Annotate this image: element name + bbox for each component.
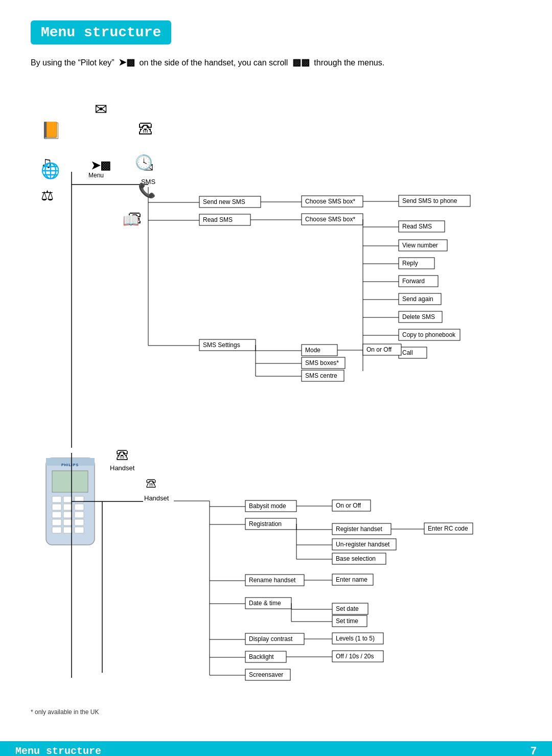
handset-text: Handset	[110, 464, 134, 472]
reply: Reply	[402, 260, 418, 267]
icon-globe: 🌐	[41, 162, 60, 179]
babysit-mode: Babysit mode	[249, 502, 286, 510]
icon-calls: 🕾	[138, 121, 153, 138]
intro-part1: By using the “Pilot key”	[31, 58, 114, 67]
levels-1-5: Levels (1 to 5)	[336, 635, 375, 642]
on-or-off-sms: On or Off	[366, 346, 392, 353]
delete-sms: Delete SMS	[402, 313, 435, 320]
backlight: Backlight	[249, 653, 274, 660]
menu-label: Menu	[88, 172, 104, 179]
icon-notebook: 📖	[123, 213, 139, 228]
off-10s-20s: Off / 10s / 20s	[336, 653, 374, 660]
base-selection: Base selection	[336, 555, 376, 562]
intro-part2: on the side of the handset, you can scro…	[140, 58, 288, 67]
footnote: * only available in the UK	[31, 708, 537, 716]
icon-settings2: 🕓	[135, 154, 153, 171]
view-number: View number	[402, 242, 438, 249]
svg-rect-59	[75, 527, 84, 533]
svg-rect-45	[52, 496, 61, 502]
page-title: Menu structure	[41, 25, 161, 40]
copy-to-phonebook: Copy to phonebook	[402, 331, 456, 338]
sms-boxes: SMS boxes*	[305, 359, 339, 366]
display-contrast: Display contrast	[249, 635, 293, 643]
icons-section: 📙 ✉ 🕾 ♫ ➤▩ 🕓 Menu 🌐 📞 ⚖ 🕾 📖	[15, 80, 537, 197]
svg-text:PHILIPS: PHILIPS	[61, 463, 79, 467]
set-date: Set date	[336, 605, 359, 612]
sms-settings: SMS Settings	[203, 341, 240, 349]
footer-page: 7	[531, 744, 537, 756]
forward: Forward	[402, 278, 425, 285]
svg-rect-57	[52, 527, 61, 533]
on-or-off-babysit: On or Off	[336, 502, 361, 509]
scroll-icon: ▩▩	[292, 57, 310, 67]
date-time: Date & time	[249, 600, 281, 607]
enter-rc-code: Enter RC code	[428, 525, 468, 532]
footer-title: Menu structure	[15, 745, 101, 757]
icon-settings3: ⚖	[41, 187, 54, 204]
rename-handset: Rename handset	[249, 577, 296, 584]
set-time: Set time	[336, 617, 358, 625]
svg-rect-53	[75, 512, 84, 518]
footer-bar: Menu structure 7	[0, 741, 552, 756]
svg-rect-44	[52, 471, 88, 492]
pilot-icon: ➤▩	[91, 159, 111, 172]
svg-rect-51	[52, 512, 61, 518]
icon-alarm: 📞	[138, 182, 156, 199]
choose-sms-box-1: Choose SMS box*	[305, 198, 355, 205]
send-again: Send again	[402, 295, 433, 303]
icon-phonebook: 📙	[41, 121, 61, 140]
mode: Mode	[305, 347, 320, 354]
read-sms-r: Read SMS	[402, 223, 432, 230]
choose-sms-box-2: Choose SMS box*	[305, 216, 355, 223]
handset-icon-label: 🕾	[116, 448, 129, 464]
un-register-handset: Un-register handset	[336, 541, 390, 548]
handset-img-icon: 🕾	[146, 477, 157, 490]
menu-diagram-container: 📙 ✉ 🕾 ♫ ➤▩ 🕓 Menu 🌐 📞 ⚖ 🕾 📖 ✉ SMS Send n…	[15, 80, 537, 716]
handset-section: 🕾 Handset PHILIPS	[15, 448, 537, 703]
svg-rect-56	[75, 519, 84, 525]
registration: Registration	[249, 520, 282, 528]
sms-centre: SMS centre	[305, 372, 337, 379]
intro-text: By using the “Pilot key” ➤▩ on the side …	[31, 56, 521, 70]
svg-rect-48	[52, 504, 61, 510]
intro-part3: through the menus.	[314, 58, 384, 67]
handset-diagram: PHILIPS 🕾 Handset	[26, 448, 537, 703]
register-handset: Register handset	[336, 525, 382, 533]
sms-diagram: ✉ SMS Send new SMS Choose SMS box* Send …	[26, 156, 537, 453]
screensaver: Screensaver	[249, 671, 283, 678]
svg-rect-54	[52, 519, 61, 525]
send-new-sms: Send new SMS	[203, 198, 245, 205]
read-sms-l1: Read SMS	[203, 216, 233, 223]
pilot-key-icon: ➤▩	[119, 57, 135, 67]
send-sms-to-phone: Send SMS to phone	[402, 197, 457, 204]
svg-rect-50	[75, 504, 84, 510]
page-header: Menu structure	[31, 20, 171, 44]
enter-name: Enter name	[336, 576, 367, 583]
handset-node-label: Handset	[144, 494, 169, 502]
icon-sms: ✉	[95, 100, 107, 118]
call: Call	[402, 349, 413, 356]
